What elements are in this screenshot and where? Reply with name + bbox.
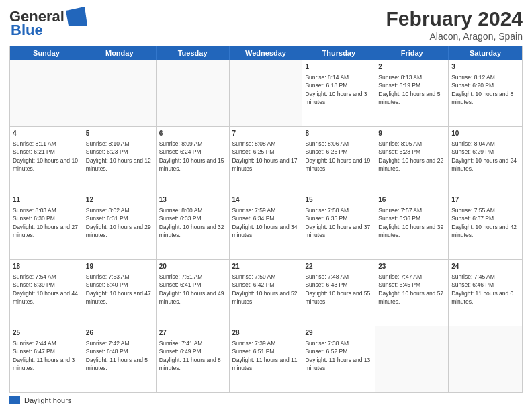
day-info: Sunrise: 8:11 AM Sunset: 6:21 PM Dayligh… [13, 140, 80, 173]
cal-cell [10, 60, 83, 126]
day-info: Sunrise: 8:05 AM Sunset: 6:28 PM Dayligh… [378, 140, 445, 173]
cal-cell: 5Sunrise: 8:10 AM Sunset: 6:23 PM Daylig… [83, 127, 157, 193]
day-number: 5 [86, 129, 153, 138]
day-number: 26 [86, 328, 153, 338]
day-number: 21 [232, 262, 300, 271]
day-number: 22 [305, 262, 372, 271]
cal-cell: 7Sunrise: 8:08 AM Sunset: 6:25 PM Daylig… [230, 127, 303, 193]
logo-icon [66, 7, 87, 26]
day-info: Sunrise: 7:59 AM Sunset: 6:34 PM Dayligh… [232, 206, 300, 239]
svg-marker-0 [66, 7, 87, 26]
day-info: Sunrise: 8:08 AM Sunset: 6:25 PM Dayligh… [232, 140, 300, 173]
day-info: Sunrise: 8:00 AM Sunset: 6:33 PM Dayligh… [159, 206, 226, 239]
page: General Blue February 2024 Alacon, Arago… [0, 0, 532, 411]
cal-cell [449, 326, 522, 392]
cal-cell: 13Sunrise: 8:00 AM Sunset: 6:33 PM Dayli… [157, 193, 230, 259]
cal-cell: 18Sunrise: 7:54 AM Sunset: 6:39 PM Dayli… [10, 260, 83, 326]
cal-cell: 29Sunrise: 7:38 AM Sunset: 6:52 PM Dayli… [302, 326, 375, 392]
day-info: Sunrise: 7:45 AM Sunset: 6:46 PM Dayligh… [451, 273, 519, 306]
cal-cell: 21Sunrise: 7:50 AM Sunset: 6:42 PM Dayli… [230, 260, 303, 326]
day-info: Sunrise: 7:39 AM Sunset: 6:51 PM Dayligh… [232, 339, 300, 372]
day-number: 17 [451, 195, 519, 205]
day-number: 19 [86, 262, 153, 271]
cal-cell: 17Sunrise: 7:55 AM Sunset: 6:37 PM Dayli… [449, 193, 522, 259]
cal-header-cell: Tuesday [157, 46, 230, 60]
day-number: 13 [159, 195, 226, 205]
cal-cell: 16Sunrise: 7:57 AM Sunset: 6:36 PM Dayli… [375, 193, 449, 259]
cal-header-cell: Saturday [449, 46, 522, 60]
day-info: Sunrise: 7:51 AM Sunset: 6:41 PM Dayligh… [159, 273, 226, 306]
cal-header-cell: Sunday [10, 46, 83, 60]
day-number: 4 [13, 129, 80, 138]
day-info: Sunrise: 7:57 AM Sunset: 6:36 PM Dayligh… [378, 206, 445, 239]
day-number: 29 [305, 328, 372, 338]
cal-cell: 19Sunrise: 7:53 AM Sunset: 6:40 PM Dayli… [83, 260, 157, 326]
day-info: Sunrise: 7:44 AM Sunset: 6:47 PM Dayligh… [13, 339, 80, 372]
cal-cell [375, 326, 449, 392]
legend-label: Daylight hours [24, 396, 71, 404]
day-info: Sunrise: 7:42 AM Sunset: 6:48 PM Dayligh… [86, 339, 153, 372]
day-info: Sunrise: 7:54 AM Sunset: 6:39 PM Dayligh… [13, 273, 80, 306]
day-info: Sunrise: 8:03 AM Sunset: 6:30 PM Dayligh… [13, 206, 80, 239]
logo-blue: Blue [11, 21, 43, 39]
cal-cell: 24Sunrise: 7:45 AM Sunset: 6:46 PM Dayli… [449, 260, 522, 326]
day-number: 10 [451, 129, 519, 138]
day-number: 9 [378, 129, 445, 138]
cal-cell: 6Sunrise: 8:09 AM Sunset: 6:24 PM Daylig… [157, 127, 230, 193]
cal-cell: 25Sunrise: 7:44 AM Sunset: 6:47 PM Dayli… [10, 326, 83, 392]
cal-cell: 15Sunrise: 7:58 AM Sunset: 6:35 PM Dayli… [302, 193, 375, 259]
day-info: Sunrise: 7:47 AM Sunset: 6:45 PM Dayligh… [378, 273, 445, 306]
day-number: 2 [378, 62, 445, 72]
title-block: February 2024 Alacon, Aragon, Spain [386, 7, 523, 42]
day-info: Sunrise: 8:02 AM Sunset: 6:31 PM Dayligh… [86, 206, 153, 239]
day-info: Sunrise: 8:04 AM Sunset: 6:29 PM Dayligh… [451, 140, 519, 173]
cal-cell: 8Sunrise: 8:06 AM Sunset: 6:26 PM Daylig… [302, 127, 375, 193]
cal-cell: 23Sunrise: 7:47 AM Sunset: 6:45 PM Dayli… [375, 260, 449, 326]
day-info: Sunrise: 8:10 AM Sunset: 6:23 PM Dayligh… [86, 140, 153, 173]
cal-cell [157, 60, 230, 126]
day-info: Sunrise: 8:06 AM Sunset: 6:26 PM Dayligh… [305, 140, 372, 173]
cal-cell: 12Sunrise: 8:02 AM Sunset: 6:31 PM Dayli… [83, 193, 157, 259]
cal-cell: 2Sunrise: 8:13 AM Sunset: 6:19 PM Daylig… [375, 60, 449, 126]
day-number: 6 [159, 129, 226, 138]
day-number: 28 [232, 328, 300, 338]
day-number: 1 [305, 62, 372, 72]
cal-header-cell: Friday [375, 46, 449, 60]
day-number: 24 [451, 262, 519, 271]
day-info: Sunrise: 8:14 AM Sunset: 6:18 PM Dayligh… [305, 73, 372, 106]
cal-cell: 20Sunrise: 7:51 AM Sunset: 6:41 PM Dayli… [157, 260, 230, 326]
cal-cell: 11Sunrise: 8:03 AM Sunset: 6:30 PM Dayli… [10, 193, 83, 259]
day-number: 15 [305, 195, 372, 205]
day-info: Sunrise: 7:53 AM Sunset: 6:40 PM Dayligh… [86, 273, 153, 306]
day-number: 7 [232, 129, 300, 138]
cal-row: 1Sunrise: 8:14 AM Sunset: 6:18 PM Daylig… [10, 60, 522, 126]
day-number: 25 [13, 328, 80, 338]
cal-row: 4Sunrise: 8:11 AM Sunset: 6:21 PM Daylig… [10, 126, 522, 193]
footer: Daylight hours [9, 396, 523, 404]
day-number: 12 [86, 195, 153, 205]
header: General Blue February 2024 Alacon, Arago… [9, 7, 523, 42]
cal-cell: 1Sunrise: 8:14 AM Sunset: 6:18 PM Daylig… [302, 60, 375, 126]
day-number: 11 [13, 195, 80, 205]
day-number: 18 [13, 262, 80, 271]
day-number: 8 [305, 129, 372, 138]
cal-row: 11Sunrise: 8:03 AM Sunset: 6:30 PM Dayli… [10, 193, 522, 259]
cal-cell: 14Sunrise: 7:59 AM Sunset: 6:34 PM Dayli… [230, 193, 303, 259]
cal-header-cell: Monday [83, 46, 157, 60]
day-info: Sunrise: 8:12 AM Sunset: 6:20 PM Dayligh… [451, 73, 519, 106]
day-info: Sunrise: 7:48 AM Sunset: 6:43 PM Dayligh… [305, 273, 372, 306]
cal-cell: 27Sunrise: 7:41 AM Sunset: 6:49 PM Dayli… [157, 326, 230, 392]
cal-row: 25Sunrise: 7:44 AM Sunset: 6:47 PM Dayli… [10, 326, 522, 392]
cal-cell: 22Sunrise: 7:48 AM Sunset: 6:43 PM Dayli… [302, 260, 375, 326]
calendar: SundayMondayTuesdayWednesdayThursdayFrid… [9, 46, 523, 393]
calendar-header: SundayMondayTuesdayWednesdayThursdayFrid… [10, 46, 522, 60]
logo: General Blue [9, 7, 87, 39]
day-number: 20 [159, 262, 226, 271]
cal-cell [83, 60, 157, 126]
legend-box [9, 396, 20, 404]
cal-header-cell: Thursday [302, 46, 375, 60]
cal-header-cell: Wednesday [230, 46, 303, 60]
day-number: 16 [378, 195, 445, 205]
cal-cell: 9Sunrise: 8:05 AM Sunset: 6:28 PM Daylig… [375, 127, 449, 193]
day-info: Sunrise: 7:50 AM Sunset: 6:42 PM Dayligh… [232, 273, 300, 306]
